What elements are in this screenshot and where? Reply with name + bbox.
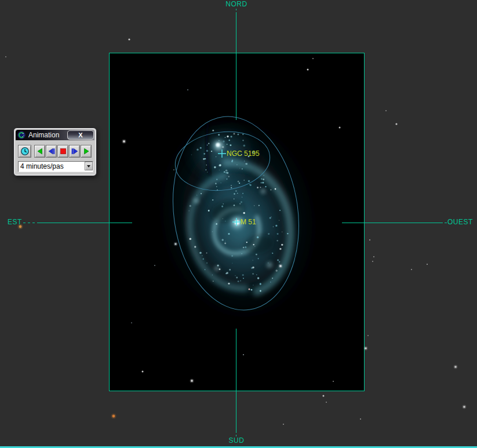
play-backward-icon <box>36 147 44 155</box>
galaxy-speckle <box>227 144 228 145</box>
galaxy-speckle <box>263 175 264 176</box>
galaxy-speckle <box>249 184 250 185</box>
galaxy-speckle <box>279 261 281 263</box>
galaxy-speckle <box>212 231 213 232</box>
galaxy-speckle <box>275 188 276 190</box>
sky-chart-screen: NORD SUD EST OUEST NGC 5195 M 51 Animati… <box>0 0 477 448</box>
close-button[interactable]: X <box>67 130 94 140</box>
galaxy-speckle <box>194 246 196 247</box>
galaxy-speckle <box>211 151 212 152</box>
galaxy-speckle <box>228 233 230 235</box>
galaxy-speckle <box>242 274 244 276</box>
galaxy-speckle <box>270 189 271 190</box>
star <box>307 69 309 71</box>
play-forward-icon <box>82 147 90 155</box>
galaxy-speckle <box>223 203 224 205</box>
object-label-m51: M 51 <box>241 218 256 226</box>
step-forward-button[interactable] <box>69 145 80 158</box>
star <box>243 354 244 355</box>
play-forward-button[interactable] <box>81 145 92 158</box>
speed-select-dropdown-button[interactable] <box>85 162 93 170</box>
galaxy-speckle <box>212 275 213 275</box>
galaxy-speckle <box>219 165 220 166</box>
galaxy-speckle <box>225 169 228 172</box>
galaxy-speckle <box>254 205 254 206</box>
star <box>173 169 174 170</box>
star <box>131 322 132 323</box>
galaxy-speckle <box>279 210 281 211</box>
direction-label-south: SUD <box>225 436 248 445</box>
star <box>5 56 6 57</box>
galaxy-speckle <box>279 220 279 221</box>
galaxy-speckle <box>242 133 244 135</box>
galaxy-speckle <box>239 168 240 169</box>
galaxy-speckle <box>239 203 241 204</box>
galaxy-speckle <box>213 281 214 282</box>
galaxy-speckle <box>196 149 198 151</box>
galaxy-speckle <box>234 133 235 134</box>
galaxy-speckle <box>202 258 204 260</box>
play-backward-button[interactable] <box>34 145 45 158</box>
galaxy-speckle <box>227 136 228 137</box>
galaxy-speckle <box>251 289 253 291</box>
galaxy-speckle <box>205 269 206 270</box>
galaxy-speckle <box>216 223 217 224</box>
galaxy-speckle <box>234 199 235 200</box>
galaxy-speckle <box>231 136 232 137</box>
galaxy-speckle <box>231 187 232 188</box>
clock-toggle-button[interactable] <box>18 145 31 158</box>
galaxy-speckle <box>238 281 239 282</box>
galaxy-speckle <box>263 179 264 180</box>
galaxy-speckle <box>190 205 191 207</box>
galaxy-speckle <box>215 183 217 184</box>
galaxy-speckle <box>225 172 227 173</box>
galaxy-speckle <box>228 283 230 285</box>
galaxy-speckle <box>207 172 208 173</box>
animation-window-titlebar[interactable]: Animation X <box>16 130 94 140</box>
galaxy-speckle <box>219 140 220 141</box>
galaxy-speckle <box>225 221 225 221</box>
galaxy-speckle <box>221 206 223 207</box>
galaxy-speckle <box>287 233 288 234</box>
speed-select-value: 4 minutes/pas <box>20 162 64 170</box>
galaxy-speckle <box>257 277 260 279</box>
step-backward-button[interactable] <box>46 145 57 158</box>
galaxy-speckle <box>227 179 228 180</box>
direction-label-north: NORD <box>225 0 248 8</box>
galaxy-speckle <box>242 169 243 170</box>
galaxy-speckle <box>241 253 242 254</box>
galaxy-speckle <box>237 193 238 194</box>
galaxy-speckle <box>203 153 205 155</box>
speed-select[interactable]: 4 minutes/pas <box>18 161 93 172</box>
star <box>283 424 284 425</box>
galaxy-speckle <box>212 130 214 132</box>
star <box>187 89 188 90</box>
animation-window-title: Animation <box>28 131 59 139</box>
galaxy-speckle <box>219 268 221 270</box>
galaxy-speckle <box>230 144 231 146</box>
star <box>333 381 334 382</box>
star <box>142 371 144 373</box>
galaxy-speckle <box>201 193 202 194</box>
galaxy-speckle <box>206 263 207 264</box>
star <box>312 58 314 59</box>
star <box>373 256 374 257</box>
star <box>411 269 412 270</box>
galaxy-speckle <box>243 212 245 214</box>
galaxy-speckle <box>229 269 231 271</box>
galaxy-speckle <box>189 210 190 211</box>
galaxy-speckle <box>271 216 271 217</box>
galaxy-speckle <box>227 172 228 173</box>
stop-button[interactable] <box>57 145 68 158</box>
galaxy-speckle <box>231 255 233 257</box>
star <box>279 265 282 267</box>
galaxy-speckle <box>253 260 253 260</box>
galaxy-speckle <box>270 282 271 283</box>
galaxy-speckle <box>277 259 279 261</box>
galaxy-speckle <box>225 241 225 241</box>
direction-label-east: EST <box>8 218 22 226</box>
galaxy-speckle <box>219 170 220 170</box>
galaxy-speckle <box>190 238 192 240</box>
galaxy-speckle <box>253 285 253 285</box>
sky-canvas[interactable] <box>0 0 477 448</box>
